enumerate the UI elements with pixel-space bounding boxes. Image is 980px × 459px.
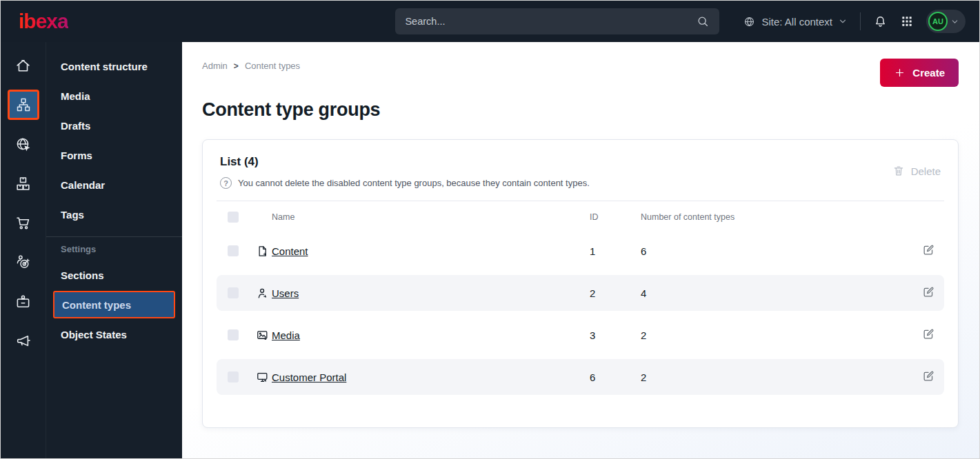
create-button-label: Create — [912, 67, 945, 79]
delete-button-label: Delete — [911, 165, 941, 177]
plus-icon — [894, 67, 906, 79]
site-context-label: Site: All context — [761, 16, 832, 28]
chevron-down-icon — [838, 17, 848, 26]
campaign-megaphone-icon — [14, 332, 32, 349]
row-checkbox[interactable] — [228, 371, 239, 382]
group-id: 1 — [590, 245, 641, 257]
create-button[interactable]: Create — [880, 59, 959, 87]
site-context-selector[interactable]: Site: All context — [743, 15, 848, 28]
nav-admin[interactable] — [8, 286, 39, 316]
main-content: Admin > Content types Create Content typ… — [182, 42, 979, 458]
avatar: AU — [928, 12, 948, 31]
sidebar-section-settings: Settings — [46, 244, 182, 254]
list-title: List (4) — [220, 155, 590, 169]
nav-product-catalog[interactable] — [8, 168, 39, 198]
sitemap-icon — [15, 96, 32, 113]
row-checkbox[interactable] — [228, 329, 239, 340]
product-catalog-icon — [14, 175, 32, 192]
nav-campaign[interactable] — [8, 325, 39, 356]
sidebar-item-content-types[interactable]: Content types — [53, 291, 175, 318]
group-link[interactable]: Customer Portal — [272, 371, 346, 383]
sidebar-item-content-structure[interactable]: Content structure — [53, 52, 175, 80]
chevron-down-icon — [950, 17, 959, 26]
image-icon — [252, 329, 272, 342]
nav-commerce[interactable] — [8, 207, 39, 238]
edit-button[interactable] — [921, 284, 937, 302]
edit-button[interactable] — [921, 326, 937, 344]
trash-icon — [892, 165, 905, 177]
sidebar-item-forms[interactable]: Forms — [53, 141, 175, 169]
group-count: 2 — [641, 329, 921, 341]
sidebar-item-tags[interactable]: Tags — [53, 201, 175, 228]
global-search[interactable] — [395, 8, 719, 34]
site-globe-icon — [14, 136, 32, 153]
ibexa-logo[interactable]: ibexa — [19, 11, 68, 32]
delete-button[interactable]: Delete — [892, 165, 941, 177]
topbar: ibexa Site: All context AU — [1, 1, 979, 42]
column-id: ID — [590, 212, 641, 222]
sidebar-item-object-states[interactable]: Object States — [53, 320, 175, 348]
app-grid-icon[interactable] — [900, 14, 914, 28]
nav-site[interactable] — [8, 129, 39, 159]
row-checkbox[interactable] — [228, 245, 239, 256]
content-submenu: Content structure Media Drafts Forms Cal… — [46, 42, 182, 458]
help-icon[interactable]: ? — [220, 177, 232, 189]
sidebar-item-drafts[interactable]: Drafts — [53, 112, 175, 139]
column-count: Number of content types — [641, 212, 921, 222]
search-icon[interactable] — [696, 14, 710, 28]
edit-button[interactable] — [921, 242, 937, 260]
sidebar-item-media[interactable]: Media — [53, 82, 175, 110]
user-menu[interactable]: AU — [926, 10, 966, 33]
nav-personalization[interactable] — [8, 247, 39, 277]
page-title: Content type groups — [202, 99, 959, 121]
personalization-icon — [14, 254, 32, 271]
content-type-groups-card: List (4) ? You cannot delete the disable… — [202, 139, 959, 428]
sidebar-item-calendar[interactable]: Calendar — [53, 171, 175, 198]
edit-button[interactable] — [921, 368, 937, 386]
ibexa-admin-window: ibexa Site: All context AU — [0, 0, 980, 459]
notifications-bell-icon[interactable] — [873, 14, 888, 29]
globe-icon — [743, 15, 756, 28]
group-count: 4 — [641, 287, 921, 299]
nav-home[interactable] — [8, 50, 39, 81]
user-icon — [252, 287, 272, 300]
sidebar-divider — [46, 236, 182, 237]
table-header: Name ID Number of content types — [217, 201, 944, 233]
topbar-divider — [860, 12, 861, 30]
home-icon — [14, 57, 32, 74]
cart-icon — [14, 214, 32, 232]
table-row: Customer Portal 6 2 — [217, 359, 944, 395]
sidebar-item-sections[interactable]: Sections — [53, 261, 175, 289]
group-link[interactable]: Content — [272, 245, 308, 257]
table-row: Content 1 6 — [217, 233, 944, 269]
group-count: 2 — [641, 371, 921, 383]
table-row: Media 3 2 — [217, 317, 944, 353]
group-link[interactable]: Media — [272, 329, 300, 341]
select-all-checkbox[interactable] — [228, 212, 239, 223]
group-id: 3 — [590, 329, 641, 341]
file-icon — [252, 245, 272, 258]
row-checkbox[interactable] — [228, 287, 239, 298]
breadcrumb-admin[interactable]: Admin — [202, 61, 228, 71]
group-id: 6 — [590, 371, 641, 383]
breadcrumb: Admin > Content types — [202, 59, 300, 71]
breadcrumb-content-types[interactable]: Content types — [245, 61, 300, 71]
list-help-text: You cannot delete the disabled content t… — [238, 178, 590, 188]
group-count: 6 — [641, 245, 921, 257]
main-nav-rail — [1, 42, 46, 458]
breadcrumb-separator: > — [234, 61, 239, 71]
admin-badge-icon — [14, 293, 32, 310]
search-input[interactable] — [405, 16, 696, 27]
group-id: 2 — [590, 287, 641, 299]
group-link[interactable]: Users — [272, 287, 299, 299]
monitor-icon — [252, 371, 272, 384]
nav-content[interactable] — [8, 90, 39, 120]
column-name: Name — [272, 212, 590, 222]
table-row: Users 2 4 — [217, 275, 944, 311]
